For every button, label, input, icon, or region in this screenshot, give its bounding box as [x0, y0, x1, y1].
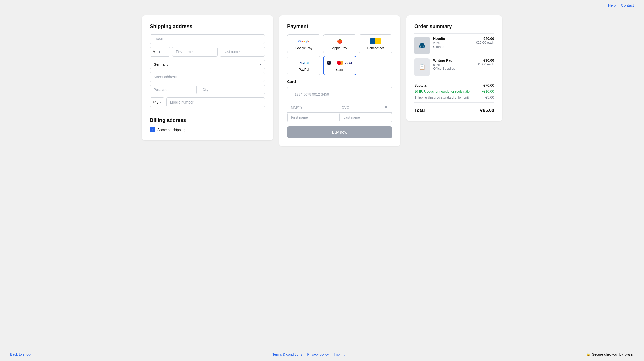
privacy-link[interactable]: Privacy policy: [307, 352, 329, 356]
hoodie-price: €40.00 €20.00 each: [476, 37, 494, 44]
payment-method-card[interactable]: » VISA Card: [323, 56, 356, 75]
bancontact-label: Bancontact: [367, 46, 384, 50]
subtotal-label: Subtotal: [414, 83, 427, 87]
card-first-name-field[interactable]: [287, 113, 340, 122]
exp-cvc-row: 👁: [287, 102, 392, 113]
shipping-value: €5.00: [485, 95, 494, 99]
payment-method-paypal[interactable]: PayPal PayPal: [287, 56, 320, 75]
same-as-shipping-checkbox[interactable]: [150, 127, 155, 132]
total-value: €65.00: [480, 108, 494, 113]
card-logos-icon: » VISA: [327, 59, 352, 66]
bancontact-icon: [370, 38, 381, 45]
writing-pad-category: Office Supplies: [433, 67, 474, 70]
divider: [150, 112, 265, 112]
phone-prefix-chevron-icon: ▾: [160, 101, 162, 104]
writing-pad-price: €30.00 €5.00 each: [478, 58, 494, 66]
payment-method-applepay[interactable]: 🍎 Apple Pay: [323, 34, 356, 53]
order-summary-title: Order summary: [414, 23, 494, 29]
hoodie-unit-price: €20.00 each: [476, 41, 494, 44]
top-bar: Help Contact: [0, 0, 644, 10]
hoodie-name: Hoodie: [433, 37, 472, 41]
hoodie-info: Hoodie 2 Pc. Clothes: [433, 37, 472, 49]
cvc-wrapper: 👁: [338, 102, 392, 112]
buy-now-button[interactable]: Buy now: [287, 126, 392, 138]
discount-value: -€10.00: [482, 89, 494, 93]
expiry-wrapper: [287, 102, 338, 112]
first-name-field[interactable]: [172, 47, 218, 57]
main-content: Shipping address Mr. ▾ Germany ▾: [0, 10, 644, 348]
same-as-shipping-label: Same as shipping: [157, 128, 185, 132]
card-number-field[interactable]: [291, 90, 388, 99]
writing-pad-image: 📋: [414, 58, 430, 76]
salutation-value: Mr.: [153, 50, 157, 54]
cvc-field[interactable]: [338, 102, 385, 112]
googlepay-label: Google Pay: [295, 46, 312, 50]
name-group: Mr. ▾: [150, 47, 265, 57]
card-last-name-field[interactable]: [340, 113, 392, 122]
mastercard-icon: [337, 61, 343, 65]
total-row: Total €65.00: [414, 106, 494, 113]
card-name-row: [287, 113, 392, 122]
writing-pad-unit-price: €5.00 each: [478, 62, 494, 66]
payment-method-bancontact[interactable]: Bancontact: [359, 34, 392, 53]
secure-checkout: 🔒 Secure checkout by unzer: [586, 352, 634, 356]
footer: Back to shop Terms & conditions Privacy …: [0, 348, 644, 361]
writing-pad-total-price: €30.00: [478, 58, 494, 62]
eye-icon[interactable]: 👁: [385, 105, 389, 110]
card-input-area: 👁: [287, 87, 392, 122]
billing-title: Billing address: [150, 117, 265, 123]
payment-method-googlepay[interactable]: Google Google Pay: [287, 34, 320, 53]
order-divider-middle: [414, 80, 494, 80]
street-group: [150, 72, 265, 82]
email-field[interactable]: [150, 34, 265, 44]
postcode-field[interactable]: [150, 85, 197, 94]
applepay-icon: 🍎: [337, 38, 342, 45]
phone-prefix-select[interactable]: +49 ▾: [150, 97, 164, 107]
secure-checkout-label: Secure checkout by: [592, 352, 623, 356]
city-field[interactable]: [199, 85, 265, 94]
mobile-number-field[interactable]: [166, 97, 265, 107]
country-select[interactable]: Germany: [150, 60, 265, 69]
paypal-icon: PayPal: [299, 59, 309, 66]
shipping-row: Shipping (Insured standard shipment) €5.…: [414, 95, 494, 99]
back-to-shop-link[interactable]: Back to shop: [10, 352, 31, 356]
paypal-label: PayPal: [299, 68, 309, 71]
discount-label: 10 EUR voucher newsletter registration: [414, 90, 471, 93]
imprint-link[interactable]: Imprint: [334, 352, 345, 356]
hoodie-total-price: €40.00: [476, 37, 494, 41]
phone-group: +49 ▾: [150, 97, 265, 107]
help-link[interactable]: Help: [608, 3, 616, 7]
salutation-select[interactable]: Mr. ▾: [150, 47, 170, 57]
contact-link[interactable]: Contact: [621, 3, 634, 7]
order-divider-bottom: [414, 102, 494, 103]
googlepay-icon: Google: [298, 38, 310, 45]
applepay-label: Apple Pay: [332, 46, 347, 50]
subtotal-value: €70.00: [483, 83, 494, 87]
unzer-brand: unzer: [625, 352, 634, 356]
discount-row: 10 EUR voucher newsletter registration -…: [414, 89, 494, 93]
subtotal-row: Subtotal €70.00: [414, 83, 494, 87]
expiry-field[interactable]: [287, 102, 338, 112]
hoodie-quantity: 2 Pc.: [433, 41, 472, 45]
total-label: Total: [414, 108, 425, 113]
payment-title: Payment: [287, 23, 392, 29]
phone-prefix-value: +49: [153, 100, 159, 104]
card-label: Card: [336, 68, 343, 72]
card-section-title: Card: [287, 79, 392, 84]
street-field[interactable]: [150, 72, 265, 82]
writing-pad-quantity: 6 Pc.: [433, 63, 474, 67]
billing-section: Billing address Same as shipping: [150, 117, 265, 132]
card-number-row: [287, 87, 392, 102]
postcode-city-group: [150, 85, 265, 94]
shipping-title: Shipping address: [150, 23, 265, 29]
writing-pad-name: Writing Pad: [433, 58, 474, 62]
last-name-field[interactable]: [220, 47, 265, 57]
writing-pad-info: Writing Pad 6 Pc. Office Supplies: [433, 58, 474, 70]
terms-link[interactable]: Terms & conditions: [272, 352, 302, 356]
lock-icon: 🔒: [586, 353, 591, 356]
left-panel: Shipping address Mr. ▾ Germany ▾: [142, 15, 273, 140]
visa-icon: VISA: [344, 61, 352, 65]
dci-icon: »: [327, 61, 331, 65]
country-group: Germany ▾: [150, 60, 265, 69]
right-panel: Order summary 🧥 Hoodie 2 Pc. Clothes €40…: [406, 15, 502, 121]
